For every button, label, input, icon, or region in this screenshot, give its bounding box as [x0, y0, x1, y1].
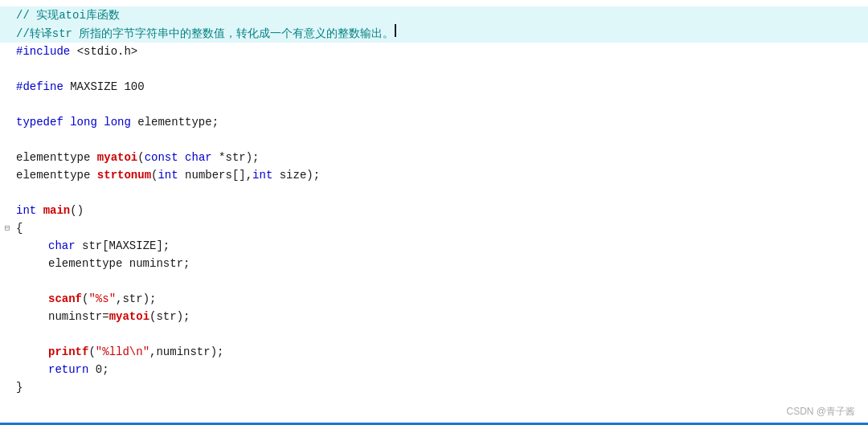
- line-7-text: typedef long long elementtype;: [16, 113, 219, 131]
- code-line-5: #define MAXSIZE 100: [0, 78, 868, 96]
- code-line-20: printf("%lld\n",numinstr);: [0, 343, 868, 361]
- fold-gutter-icon[interactable]: ⊟: [0, 219, 14, 237]
- line-4-text: [16, 60, 23, 78]
- line-2-text: //转译str 所指的字节字符串中的整数值，转化成一个有意义的整数输出。: [16, 25, 394, 43]
- code-line-19: [0, 325, 868, 343]
- code-line-22: }: [0, 378, 868, 396]
- line-5-text: #define MAXSIZE 100: [16, 78, 145, 96]
- code-line-4: [0, 60, 868, 78]
- code-line-15: elementtype numinstr;: [0, 255, 868, 272]
- line-8-text: [16, 131, 23, 149]
- code-line-13: ⊟ {: [0, 219, 868, 237]
- line-21-text: return 0;: [16, 361, 109, 378]
- code-line-12: int main(): [0, 202, 868, 219]
- line-14-text: char str[MAXSIZE];: [16, 237, 170, 255]
- line-19-text: [16, 325, 23, 343]
- code-line-21: return 0;: [0, 361, 868, 378]
- code-line-17: scanf("%s",str);: [0, 290, 868, 308]
- line-13-text: {: [16, 219, 23, 237]
- watermark: CSDN @青子酱: [786, 405, 855, 419]
- line-9-text: elementtype myatoi(const char *str);: [16, 149, 260, 166]
- code-line-18: numinstr=myatoi(str);: [0, 308, 868, 325]
- line-6-text: [16, 96, 23, 113]
- line-17-text: scanf("%s",str);: [16, 290, 156, 308]
- code-line-8: [0, 131, 868, 149]
- line-3-text: #include <stdio.h>: [16, 43, 137, 60]
- code-line-11: [0, 184, 868, 202]
- line-16-text: [16, 272, 23, 290]
- line-22-text: }: [16, 378, 23, 396]
- code-line-1: // 实现atoi库函数: [0, 6, 868, 24]
- line-12-text: int main(): [16, 202, 84, 219]
- line-18-text: numinstr=myatoi(str);: [16, 308, 190, 325]
- line-11-text: [16, 184, 23, 202]
- code-line-3: #include <stdio.h>: [0, 43, 868, 60]
- line-15-text: elementtype numinstr;: [16, 255, 190, 272]
- code-line-10: elementtype strtonum(int numbers[],int s…: [0, 166, 868, 184]
- text-cursor: [395, 24, 396, 37]
- code-line-7: typedef long long elementtype;: [0, 113, 868, 131]
- line-1-text: // 实现atoi库函数: [16, 6, 120, 24]
- line-20-text: printf("%lld\n",numinstr);: [16, 343, 223, 361]
- code-line-14: char str[MAXSIZE];: [0, 237, 868, 255]
- code-editor: // 实现atoi库函数 //转译str 所指的字节字符串中的整数值，转化成一个…: [0, 0, 868, 425]
- line-10-text: elementtype strtonum(int numbers[],int s…: [16, 166, 320, 184]
- code-line-6: [0, 96, 868, 113]
- code-line-2: //转译str 所指的字节字符串中的整数值，转化成一个有意义的整数输出。: [0, 24, 868, 43]
- code-line-9: elementtype myatoi(const char *str);: [0, 149, 868, 166]
- code-line-16: [0, 272, 868, 290]
